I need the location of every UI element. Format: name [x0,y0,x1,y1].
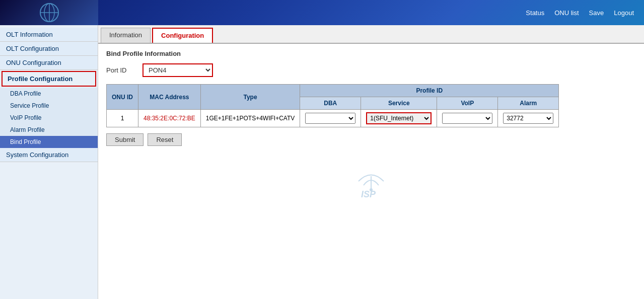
col-dba: DBA [300,97,361,110]
port-id-row: Port ID PON1 PON2 PON3 PON4 PON5 PON6 PO… [106,63,636,77]
col-profile-id: Profile ID [300,85,559,97]
cell-onu-id: 1 [107,110,138,127]
col-voip: VoIP [437,97,498,110]
logo [0,0,98,25]
sidebar: OLT Information OLT Configuration ONU Co… [0,25,98,299]
header-links: Status ONU list Save Logout [526,9,634,17]
reset-button[interactable]: Reset [148,133,182,146]
sidebar-item-onu-configuration[interactable]: ONU Configuration [0,56,98,70]
cell-service[interactable]: 1(SFU_Internet) 2(SFU_IPTV) 3(SFU_VoIP) [361,110,437,127]
cell-mac: 48:35:2E:0C:72:BE [138,110,201,127]
status-link[interactable]: Status [526,9,544,17]
cell-alarm[interactable]: 32772 32773 32774 [498,110,559,127]
tab-bar: Information Configuration [98,25,644,44]
bind-profile-table: ONU ID MAC Address Type Profile ID DBA S… [106,84,559,127]
isp-watermark: ISP [106,161,636,203]
col-service: Service [361,97,437,110]
port-id-select[interactable]: PON1 PON2 PON3 PON4 PON5 PON6 PON7 PON8 [142,63,213,77]
col-onu-id: ONU ID [107,85,138,110]
voip-select[interactable] [442,113,492,124]
tab-configuration[interactable]: Configuration [152,28,213,43]
table-row: 1 48:35:2E:0C:72:BE 1GE+1FE+1POTS+4WIFI+… [107,110,559,127]
col-mac: MAC Address [138,85,201,110]
col-type: Type [200,85,300,110]
button-row: Submit Reset [106,133,636,146]
sidebar-item-olt-configuration[interactable]: OLT Configuration [0,42,98,56]
onu-list-link[interactable]: ONU list [554,9,579,17]
header: Status ONU list Save Logout [0,0,644,25]
cell-dba[interactable] [300,110,361,127]
layout: OLT Information OLT Configuration ONU Co… [0,25,644,299]
sidebar-item-alarm-profile[interactable]: Alarm Profile [0,124,98,136]
sidebar-item-dba-profile[interactable]: DBA Profile [0,88,98,100]
col-alarm: Alarm [498,97,559,110]
save-link[interactable]: Save [589,9,604,17]
content-area: Bind Profile Information Port ID PON1 PO… [98,44,644,209]
sidebar-item-voip-profile[interactable]: VoIP Profile [0,112,98,124]
sidebar-section-profile-configuration[interactable]: Profile Configuration [2,71,96,87]
sidebar-item-olt-information[interactable]: OLT Information [0,28,98,42]
svg-text:ISP: ISP [361,189,376,199]
alarm-select[interactable]: 32772 32773 32774 [503,113,553,124]
submit-button[interactable]: Submit [106,133,144,146]
logout-link[interactable]: Logout [614,9,634,17]
cell-voip[interactable] [437,110,498,127]
dba-select[interactable] [305,113,355,124]
port-id-label: Port ID [106,66,136,74]
sidebar-item-service-profile[interactable]: Service Profile [0,100,98,112]
main-content: Information Configuration Bind Profile I… [98,25,644,299]
sidebar-item-system-configuration[interactable]: System Configuration [0,148,98,162]
section-title: Bind Profile Information [106,50,636,57]
sidebar-item-bind-profile[interactable]: Bind Profile [0,136,98,148]
tab-information[interactable]: Information [101,28,151,43]
service-select[interactable]: 1(SFU_Internet) 2(SFU_IPTV) 3(SFU_VoIP) [366,112,432,124]
cell-type: 1GE+1FE+1POTS+4WIFI+CATV [200,110,300,127]
